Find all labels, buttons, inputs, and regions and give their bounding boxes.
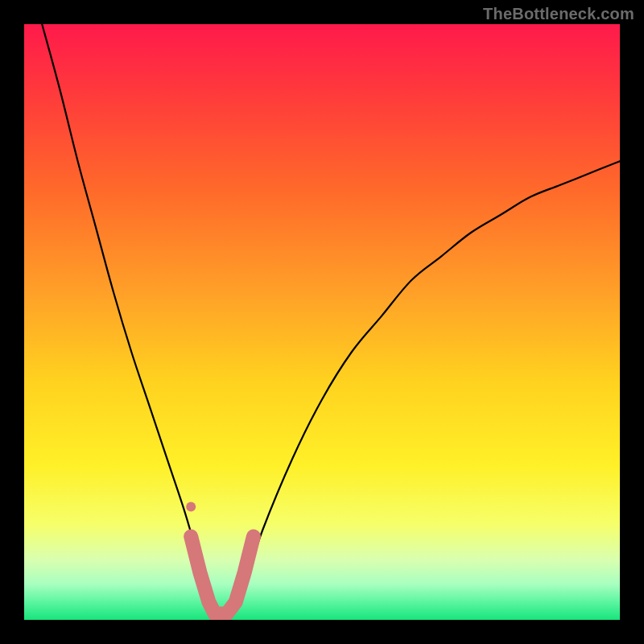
bottleneck-chart: [24, 24, 620, 620]
chart-frame: TheBottleneck.com: [0, 0, 644, 644]
optimal-range-outlier-dot: [186, 502, 196, 511]
plot-area: [24, 24, 620, 620]
watermark-text: TheBottleneck.com: [483, 5, 634, 23]
gradient-background: [24, 24, 620, 620]
